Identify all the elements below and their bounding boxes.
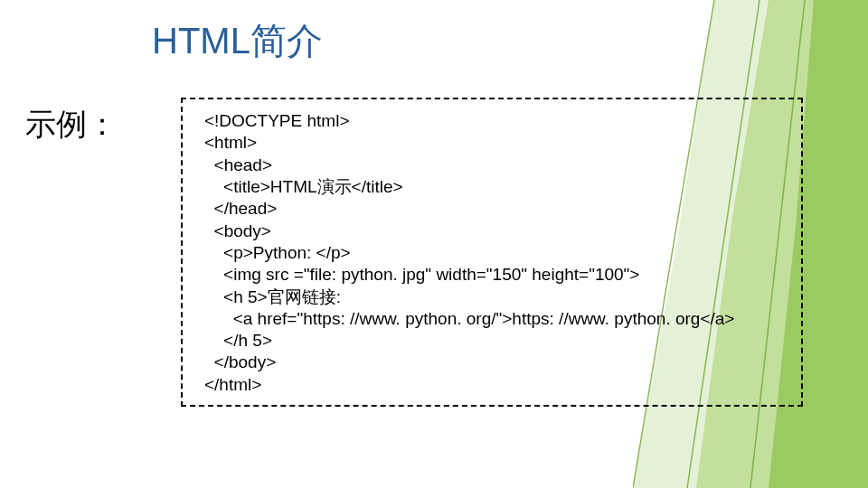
example-label: 示例： (25, 104, 118, 145)
code-example-box: <!DOCTYPE html> <html> <head> <title>HTM… (181, 98, 803, 407)
slide: HTML简介 示例： <!DOCTYPE html> <html> <head>… (0, 0, 868, 488)
code-text: <!DOCTYPE html> <html> <head> <title>HTM… (204, 111, 734, 394)
slide-title: HTML简介 (152, 16, 323, 66)
